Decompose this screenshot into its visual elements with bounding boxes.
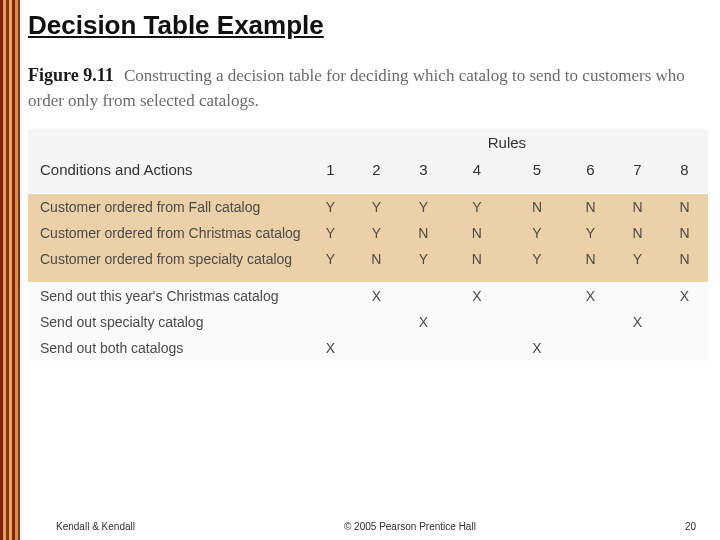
- cell: [447, 309, 507, 335]
- cell: [567, 335, 614, 361]
- cell: Y: [308, 194, 353, 221]
- cell: [661, 335, 708, 361]
- rule-col-1: 1: [308, 156, 353, 183]
- cell: [447, 335, 507, 361]
- decision-table: Rules Conditions and Actions 1 2 3 4 5 6…: [28, 129, 708, 361]
- cell: Y: [308, 220, 353, 246]
- condition-row-3: Customer ordered from specialty catalog …: [28, 246, 708, 272]
- cell: [661, 309, 708, 335]
- table-header-row: Conditions and Actions 1 2 3 4 5 6 7 8: [28, 156, 708, 183]
- cell: [400, 335, 447, 361]
- cell: Y: [400, 246, 447, 272]
- cell: Y: [447, 194, 507, 221]
- cell: N: [353, 246, 400, 272]
- figure-caption: Figure 9.11 Constructing a decision tabl…: [28, 62, 708, 113]
- cell: [353, 309, 400, 335]
- cell: [308, 283, 353, 310]
- cell: [614, 335, 661, 361]
- cell: N: [661, 246, 708, 272]
- condition-row-2: Customer ordered from Christmas catalog …: [28, 220, 708, 246]
- action-row-3: Send out both catalogs X X: [28, 335, 708, 361]
- cell: [614, 283, 661, 310]
- cell: X: [447, 283, 507, 310]
- rule-col-4: 4: [447, 156, 507, 183]
- cell: N: [400, 220, 447, 246]
- rules-heading-row: Rules: [28, 129, 708, 156]
- cell: Y: [308, 246, 353, 272]
- rule-col-2: 2: [353, 156, 400, 183]
- cell: Y: [614, 246, 661, 272]
- footer-copyright: © 2005 Pearson Prentice Hall: [135, 521, 685, 532]
- condition-label: Customer ordered from Christmas catalog: [28, 220, 308, 246]
- condition-label: Customer ordered from Fall catalog: [28, 194, 308, 221]
- cell: [567, 309, 614, 335]
- cell: X: [353, 283, 400, 310]
- action-label: Send out both catalogs: [28, 335, 308, 361]
- cell: [507, 309, 567, 335]
- rule-col-6: 6: [567, 156, 614, 183]
- rule-col-7: 7: [614, 156, 661, 183]
- spacer-row: [28, 272, 708, 283]
- action-row-2: Send out specialty catalog X X: [28, 309, 708, 335]
- cell: N: [567, 246, 614, 272]
- cell: [308, 309, 353, 335]
- condition-row-1: Customer ordered from Fall catalog Y Y Y…: [28, 194, 708, 221]
- action-row-1: Send out this year's Christmas catalog X…: [28, 283, 708, 310]
- figure-caption-text: Constructing a decision table for decidi…: [28, 66, 685, 110]
- cell: N: [661, 194, 708, 221]
- cell: N: [567, 194, 614, 221]
- rule-col-3: 3: [400, 156, 447, 183]
- cell: X: [507, 335, 567, 361]
- cell: N: [507, 194, 567, 221]
- cell: X: [567, 283, 614, 310]
- condition-label: Customer ordered from specialty catalog: [28, 246, 308, 272]
- cell: Y: [400, 194, 447, 221]
- cell: N: [614, 194, 661, 221]
- rule-col-8: 8: [661, 156, 708, 183]
- cell: N: [614, 220, 661, 246]
- cell: N: [447, 246, 507, 272]
- slide-title: Decision Table Example: [28, 10, 324, 41]
- cell: Y: [567, 220, 614, 246]
- figure-block: Figure 9.11 Constructing a decision tabl…: [28, 62, 708, 361]
- spacer-row: [28, 183, 708, 194]
- cell: Y: [353, 220, 400, 246]
- rules-heading: Rules: [447, 129, 567, 156]
- cell: N: [447, 220, 507, 246]
- cell: X: [308, 335, 353, 361]
- rule-col-5: 5: [507, 156, 567, 183]
- cell: Y: [507, 220, 567, 246]
- cell: X: [400, 309, 447, 335]
- cell: Y: [507, 246, 567, 272]
- cell: X: [614, 309, 661, 335]
- decorative-left-stripe: [0, 0, 20, 540]
- cell: X: [661, 283, 708, 310]
- footer-page-number: 20: [685, 521, 696, 532]
- header-conditions-actions: Conditions and Actions: [28, 156, 308, 183]
- cell: [507, 283, 567, 310]
- cell: [353, 335, 400, 361]
- cell: N: [661, 220, 708, 246]
- cell: Y: [353, 194, 400, 221]
- action-label: Send out specialty catalog: [28, 309, 308, 335]
- figure-label: Figure 9.11: [28, 65, 114, 85]
- slide-footer: Kendall & Kendall © 2005 Pearson Prentic…: [0, 521, 720, 532]
- cell: [400, 283, 447, 310]
- footer-author: Kendall & Kendall: [56, 521, 135, 532]
- action-label: Send out this year's Christmas catalog: [28, 283, 308, 310]
